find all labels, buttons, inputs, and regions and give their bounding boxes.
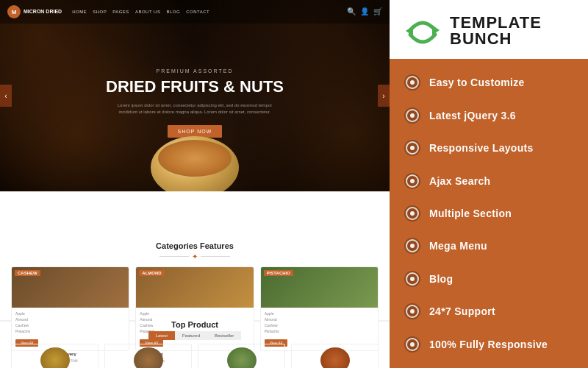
product-4: Dry Fruits $8.99	[291, 344, 379, 368]
cart-icon[interactable]: 🛒	[373, 7, 382, 16]
feature-row-2: Latest jQuery 3.6	[404, 105, 573, 127]
logo-icon: M	[7, 5, 21, 18]
brand-logo-svg	[404, 14, 441, 47]
brand-line2: BUNCH	[450, 31, 542, 47]
feature-dot-8	[404, 303, 420, 319]
feature-row-3: Responsive Layouts	[404, 137, 573, 159]
nav-links: HOME SHOP PAGES ABOUT US BLOG CONTACT	[72, 10, 347, 14]
hero-title: DRIED FRUITS & NUTS	[106, 78, 284, 96]
feature-dot-2	[404, 107, 420, 124]
brand-logo	[404, 14, 441, 47]
feature-label-2: Latest jQuery 3.6	[429, 110, 516, 121]
brand-name: TEMPLATE BUNCH	[450, 15, 542, 47]
feature-label-3: Responsive Layouts	[429, 142, 534, 154]
prev-arrow[interactable]: ‹	[0, 85, 12, 107]
feature-label-5: Multiple Section	[429, 208, 512, 219]
tab-latest[interactable]: Latest	[148, 331, 175, 340]
feature-label-7: Blog	[429, 273, 453, 285]
tab-bestseller[interactable]: Bestseller	[207, 331, 241, 340]
white-content-area: 🚚 Free Delivery Assured Free Shift 💰 Pay…	[0, 191, 390, 368]
nav-home[interactable]: HOME	[72, 10, 87, 14]
hero-description: Lorem ipsum dolor sit amet, consectetur …	[114, 102, 276, 116]
feature-row-6: Mega Menu	[404, 235, 573, 257]
feature-dot-1	[404, 74, 420, 91]
top-product-title: Top Product	[11, 320, 379, 329]
divider-right	[201, 256, 230, 257]
logo-text: MICRON DRIED	[24, 9, 62, 15]
nuts-bowl	[151, 136, 239, 191]
feature-label-8: 24*7 Support	[429, 305, 495, 317]
product-3: Pistachio $11.49	[198, 344, 285, 368]
hero-subtitle: PREMIUM ASSORTED	[106, 68, 284, 74]
feature-dot-4	[404, 173, 420, 189]
product-2-image	[134, 347, 163, 368]
pistachio-image: PISTACHIO	[261, 267, 378, 308]
brand-header: TEMPLATE BUNCH	[390, 0, 588, 59]
feature-label-1: Easy to Customize	[429, 77, 525, 88]
product-1: Cashew Nuts $12.99	[11, 344, 98, 368]
product-tabs: Latest Featured Bestseller	[11, 331, 379, 340]
product-2: Almond Mix $9.99	[104, 344, 192, 368]
cashew-image: CASHEW	[12, 267, 129, 308]
features-list: Easy to Customize Latest jQuery 3.6 Resp…	[390, 59, 588, 368]
cashew-label: CASHEW	[15, 270, 40, 276]
pistachio-label: PISTACHIO	[264, 270, 293, 276]
nav-shop[interactable]: SHOP	[93, 10, 107, 14]
left-panel: M MICRON DRIED HOME SHOP PAGES ABOUT US …	[0, 0, 390, 368]
bowl-image	[147, 125, 243, 191]
feature-row-8: 24*7 Support	[404, 300, 573, 322]
feature-label-9: 100% Fully Responsive	[429, 339, 548, 350]
product-1-image	[40, 347, 70, 368]
user-icon[interactable]: 👤	[360, 7, 369, 16]
nav-blog[interactable]: BLOG	[166, 10, 180, 14]
feature-row-4: Ajax Search	[404, 170, 573, 192]
feature-dot-5	[404, 205, 420, 222]
nav-about[interactable]: ABOUT US	[135, 10, 161, 14]
feature-label-6: Mega Menu	[429, 240, 487, 252]
categories-title: Categories Features	[11, 241, 379, 250]
feature-dot-7	[404, 271, 420, 287]
navbar: M MICRON DRIED HOME SHOP PAGES ABOUT US …	[0, 0, 390, 24]
next-arrow[interactable]: ›	[378, 85, 390, 107]
top-product-section: Top Product Latest Featured Bestseller C…	[0, 320, 390, 368]
nav-pages[interactable]: PAGES	[112, 10, 129, 14]
feature-row-5: Multiple Section	[404, 202, 573, 224]
product-3-image	[227, 347, 257, 368]
nav-contact[interactable]: CONTACT	[186, 10, 209, 14]
search-icon[interactable]: 🔍	[347, 7, 356, 16]
nav-icons: 🔍 👤 🛒	[347, 7, 382, 16]
almond-image: ALMOND	[136, 267, 253, 308]
divider-left	[159, 256, 189, 257]
feature-row-1: Easy to Customize	[404, 71, 573, 93]
feature-dot-9	[404, 336, 420, 353]
product-row: Cashew Nuts $12.99 Almond Mix $9.99 Pist…	[11, 344, 379, 368]
product-4-image	[320, 347, 350, 368]
tab-featured[interactable]: Featured	[175, 331, 207, 340]
logo-area: M MICRON DRIED	[7, 5, 62, 18]
hero-section: M MICRON DRIED HOME SHOP PAGES ABOUT US …	[0, 0, 390, 191]
feature-dot-6	[404, 238, 420, 254]
divider-icon: ✦	[192, 252, 198, 261]
feature-row-9: 100% Fully Responsive	[404, 333, 573, 355]
almond-label: ALMOND	[139, 270, 164, 276]
right-panel: TEMPLATE BUNCH Easy to Customize Latest …	[390, 0, 588, 368]
feature-label-4: Ajax Search	[429, 175, 490, 187]
brand-line1: TEMPLATE	[450, 15, 542, 31]
feature-row-7: Blog	[404, 268, 573, 290]
section-divider: ✦	[11, 252, 379, 261]
feature-dot-3	[404, 140, 420, 156]
